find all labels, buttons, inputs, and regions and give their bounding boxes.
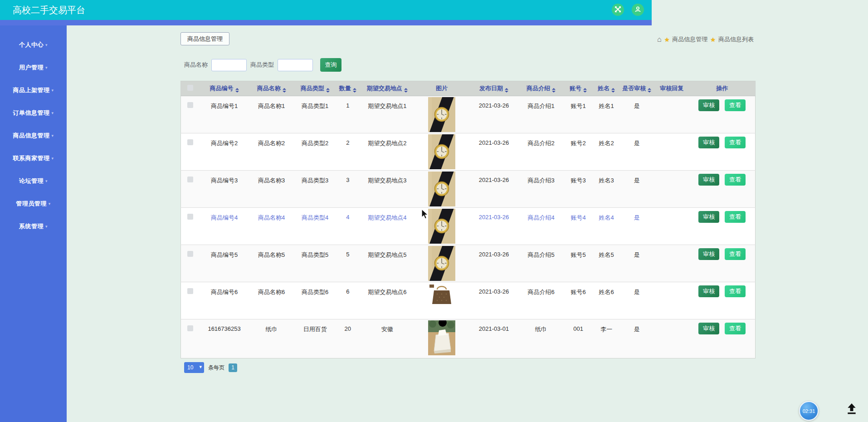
column-label: 审核回复	[660, 85, 683, 92]
row-checkbox[interactable]	[187, 288, 193, 294]
sidebar-item-forum-management[interactable]: 论坛管理	[0, 170, 67, 192]
page-size-select[interactable]: 10	[184, 362, 204, 373]
view-button[interactable]: 查看	[725, 211, 746, 223]
cell-trade-place: 期望交易地点4	[360, 208, 415, 245]
view-button[interactable]: 查看	[725, 248, 746, 260]
product-table: 商品编号商品名称商品类型数量期望交易地点图片发布日期商品介绍账号姓名是否审核审核…	[180, 81, 756, 358]
column-header-product-type[interactable]: 商品类型	[294, 81, 336, 96]
cell-audited: 是	[619, 319, 654, 358]
cell-name: 姓名5	[594, 245, 619, 282]
view-button[interactable]: 查看	[725, 174, 746, 186]
sidebar-item-label: 商品信息管理	[13, 132, 49, 140]
sidebar-item-product-listing-management[interactable]: 商品上架管理	[0, 79, 67, 102]
column-header-quantity[interactable]: 数量	[336, 81, 360, 96]
cell-quantity: 6	[336, 282, 360, 319]
sidebar-item-label: 个人中心	[19, 41, 44, 49]
audit-button[interactable]: 审核	[698, 211, 719, 223]
cell-account: 001	[563, 319, 594, 358]
column-header-trade-place[interactable]: 期望交易地点	[360, 81, 415, 96]
row-checkbox[interactable]	[187, 214, 193, 220]
view-button[interactable]: 查看	[725, 99, 746, 111]
audit-button[interactable]: 审核	[698, 174, 719, 186]
sidebar-item-personal-center[interactable]: 个人中心	[0, 34, 67, 56]
upload-button[interactable]	[845, 403, 858, 416]
row-checkbox[interactable]	[187, 102, 193, 108]
breadcrumb-item-product-info-list[interactable]: 商品信息列表	[718, 35, 754, 44]
cell-actions: 审核 查看	[689, 171, 755, 208]
sidebar-item-admin-management[interactable]: 管理员管理	[0, 192, 67, 215]
tab-product-info-management[interactable]: 商品信息管理	[180, 32, 229, 45]
column-header-publish-date[interactable]: 发布日期	[468, 81, 519, 96]
sidebar-item-user-management[interactable]: 用户管理	[0, 56, 67, 79]
cell-audit-reply	[654, 319, 689, 358]
product-type-input[interactable]	[278, 59, 313, 71]
cell-image	[415, 171, 468, 208]
cell-product-intro: 商品介绍5	[519, 245, 563, 282]
cell-name: 姓名4	[594, 208, 619, 245]
audit-button[interactable]: 审核	[698, 137, 719, 148]
product-image-watch	[428, 97, 455, 132]
cell-product-intro: 商品介绍4	[519, 208, 563, 245]
cell-audit-reply	[654, 245, 689, 282]
cell-product-id: 商品编号6	[200, 282, 249, 319]
cell-trade-place: 期望交易地点1	[360, 96, 415, 133]
caret-down-icon	[45, 224, 48, 229]
header-subbar	[0, 20, 652, 25]
cell-account: 账号2	[563, 133, 594, 171]
cell-publish-date: 2021-03-26	[468, 245, 519, 282]
audit-button[interactable]: 审核	[698, 285, 719, 297]
breadcrumb-item-product-info-management[interactable]: 商品信息管理	[672, 35, 707, 44]
select-all-checkbox[interactable]	[187, 85, 193, 91]
sort-icon	[648, 88, 651, 93]
sidebar-item-system-management[interactable]: 系统管理	[0, 215, 67, 238]
caret-down-icon	[51, 133, 54, 138]
sidebar-item-label: 商品上架管理	[13, 86, 49, 94]
recording-timer-badge[interactable]: 02:31	[799, 401, 819, 421]
audit-button[interactable]: 审核	[698, 99, 719, 111]
column-header-name[interactable]: 姓名	[594, 81, 619, 96]
home-icon[interactable]: ⌂	[657, 35, 662, 44]
cell-product-name: 商品名称1	[249, 96, 294, 133]
column-header-product-intro[interactable]: 商品介绍	[519, 81, 563, 96]
cell-audited: 是	[619, 245, 654, 282]
view-button[interactable]: 查看	[725, 323, 746, 334]
sidebar-item-label: 用户管理	[19, 64, 44, 72]
sort-icon	[235, 88, 239, 93]
column-header-product-id[interactable]: 商品编号	[200, 81, 249, 96]
row-checkbox[interactable]	[187, 251, 193, 257]
table-row: 商品编号5 商品名称5 商品类型5 5 期望交易地点5 2021-03-26 商…	[181, 245, 756, 282]
cell-product-name: 商品名称5	[249, 245, 294, 282]
table-header-row: 商品编号商品名称商品类型数量期望交易地点图片发布日期商品介绍账号姓名是否审核审核…	[181, 81, 756, 96]
column-header-account[interactable]: 账号	[563, 81, 594, 96]
column-header-audited[interactable]: 是否审核	[619, 81, 654, 96]
query-button[interactable]: 查询	[320, 58, 341, 72]
product-name-input[interactable]	[211, 59, 247, 71]
row-checkbox[interactable]	[187, 139, 193, 145]
cell-audited: 是	[619, 96, 654, 133]
cell-publish-date: 2021-03-01	[468, 319, 519, 358]
cell-image	[415, 133, 468, 171]
sidebar-item-contact-merchant-management[interactable]: 联系商家管理	[0, 147, 67, 170]
cell-product-intro: 纸巾	[519, 319, 563, 358]
page-number-button[interactable]: 1	[229, 363, 237, 372]
user-button[interactable]	[632, 4, 644, 16]
view-button[interactable]: 查看	[725, 137, 746, 148]
fullscreen-button[interactable]	[612, 4, 624, 16]
app-title: 高校二手交易平台	[13, 0, 85, 20]
cell-quantity: 5	[336, 245, 360, 282]
audit-button[interactable]: 审核	[698, 323, 719, 334]
sidebar-item-product-info-management[interactable]: 商品信息管理	[0, 124, 67, 147]
row-checkbox[interactable]	[187, 177, 193, 182]
cell-product-id: 1616736253	[200, 319, 249, 358]
column-header-product-name[interactable]: 商品名称	[249, 81, 294, 96]
product-image-watch	[428, 209, 455, 244]
view-button[interactable]: 查看	[725, 285, 746, 297]
sort-icon	[505, 88, 508, 93]
cell-account: 账号5	[563, 245, 594, 282]
cell-image	[415, 282, 468, 319]
cell-audit-reply	[654, 133, 689, 171]
row-checkbox[interactable]	[187, 325, 193, 331]
audit-button[interactable]: 审核	[698, 248, 719, 260]
column-header-image: 图片	[415, 81, 468, 96]
sidebar-item-order-info-management[interactable]: 订单信息管理	[0, 102, 67, 124]
